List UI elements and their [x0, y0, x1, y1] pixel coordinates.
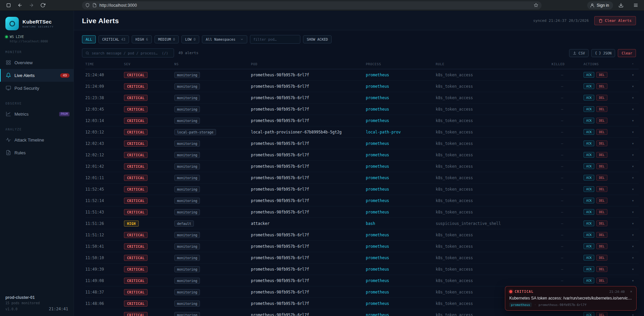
export-json-button[interactable]: { } JSON — [591, 49, 615, 57]
ack-button[interactable]: ACK — [584, 243, 594, 249]
del-button[interactable]: DEL — [596, 255, 607, 261]
alert-row[interactable]: 12:03:45CRITICALmonitoringprometheus-98f… — [85, 104, 639, 115]
ack-button[interactable]: ACK — [584, 278, 594, 283]
url-bar[interactable]: http://localhost:3000 — [82, 1, 542, 9]
filter-critical[interactable]: CRITICAL43 — [98, 35, 129, 43]
search-box[interactable] — [82, 48, 174, 57]
del-button[interactable]: DEL — [596, 106, 607, 112]
alert-row[interactable]: 12:02:43CRITICALmonitoringprometheus-98f… — [85, 138, 639, 149]
alert-toast[interactable]: CRITICAL 21:24:40 × Kubernetes SA token … — [505, 286, 637, 311]
expand-chevron-icon[interactable]: ▾ — [627, 222, 639, 225]
ack-button[interactable]: ACK — [584, 152, 594, 158]
expand-chevron-icon[interactable]: ▾ — [627, 256, 639, 260]
alert-row[interactable]: 21:23:38CRITICALmonitoringprometheus-98f… — [85, 92, 639, 104]
ack-button[interactable]: ACK — [584, 186, 594, 192]
sidebar-item-pod-security[interactable]: Pod Security — [0, 82, 74, 94]
sidebar-item-attack-timeline[interactable]: Attack Timeline — [0, 133, 74, 146]
alert-row[interactable]: 11:51:43CRITICALmonitoringprometheus-98f… — [85, 206, 639, 218]
filter-low[interactable]: LOW0 — [181, 35, 199, 43]
del-button[interactable]: DEL — [596, 221, 607, 226]
show-acked-button[interactable]: SHOW ACKED — [303, 35, 332, 43]
del-button[interactable]: DEL — [596, 266, 607, 272]
sign-in-button[interactable]: Sign in — [587, 1, 613, 9]
expand-chevron-icon[interactable]: ▾ — [627, 85, 639, 88]
ack-button[interactable]: ACK — [584, 266, 594, 272]
expand-chevron-icon[interactable]: ▾ — [627, 233, 639, 237]
expand-chevron-icon[interactable]: ▾ — [627, 73, 639, 77]
ack-button[interactable]: ACK — [584, 198, 594, 203]
back-icon[interactable] — [15, 1, 24, 10]
expand-chevron-icon[interactable]: ▾ — [627, 199, 639, 202]
close-icon[interactable]: × — [630, 290, 632, 293]
del-button[interactable]: DEL — [596, 163, 607, 169]
expand-chevron-icon[interactable]: ▾ — [627, 188, 639, 191]
ack-button[interactable]: ACK — [584, 83, 594, 89]
del-button[interactable]: DEL — [596, 232, 607, 238]
alert-row[interactable]: 12:03:14CRITICALmonitoringprometheus-98f… — [85, 115, 639, 126]
clear-alerts-button[interactable]: Clear Alerts — [594, 16, 636, 25]
ack-button[interactable]: ACK — [584, 209, 594, 215]
alert-row[interactable]: 12:03:12CRITICALlocal-path-storagelocal-… — [85, 126, 639, 138]
sidebar-item-rules[interactable]: Rules — [0, 146, 74, 159]
ack-button[interactable]: ACK — [584, 118, 594, 123]
filter-high[interactable]: HIGH6 — [132, 35, 152, 43]
window-icon[interactable] — [4, 1, 13, 10]
menu-icon[interactable] — [631, 1, 640, 10]
alert-row[interactable]: 12:02:12CRITICALmonitoringprometheus-98f… — [85, 149, 639, 161]
expand-chevron-icon[interactable]: ▾ — [627, 268, 639, 271]
del-button[interactable]: DEL — [596, 152, 607, 158]
pod-filter-input[interactable] — [250, 35, 300, 44]
alert-row[interactable]: 11:49:39CRITICALmonitoringprometheus-98f… — [85, 264, 639, 275]
search-input[interactable] — [92, 51, 171, 55]
sidebar-item-metrics[interactable]: MetricsPROM — [0, 108, 74, 120]
expand-chevron-icon[interactable]: ▾ — [627, 279, 639, 282]
alert-row[interactable]: 11:50:41CRITICALmonitoringprometheus-98f… — [85, 241, 639, 252]
alert-row[interactable]: 21:24:40CRITICALmonitoringprometheus-98f… — [85, 69, 639, 81]
del-button[interactable]: DEL — [596, 129, 607, 135]
expand-chevron-icon[interactable]: ▾ — [627, 108, 639, 111]
ack-button[interactable]: ACK — [584, 163, 594, 169]
expand-chevron-icon[interactable]: ▾ — [627, 119, 639, 122]
del-button[interactable]: DEL — [596, 278, 607, 283]
del-button[interactable]: DEL — [596, 175, 607, 181]
ack-button[interactable]: ACK — [584, 221, 594, 226]
ack-button[interactable]: ACK — [584, 255, 594, 261]
ack-button[interactable]: ACK — [584, 106, 594, 112]
sidebar-item-live-alerts[interactable]: Live Alerts49 — [0, 69, 74, 82]
del-button[interactable]: DEL — [596, 118, 607, 123]
clear-filter-button[interactable]: Clear — [618, 49, 636, 57]
filter-medium[interactable]: MEDIUM0 — [155, 35, 179, 43]
expand-chevron-icon[interactable]: ▾ — [627, 245, 639, 248]
expand-chevron-icon[interactable]: ▾ — [627, 153, 639, 157]
alert-row[interactable]: 11:49:08CRITICALmonitoringprometheus-98f… — [85, 275, 639, 286]
ack-button[interactable]: ACK — [584, 95, 594, 101]
alert-row[interactable]: 11:51:12CRITICALmonitoringprometheus-98f… — [85, 229, 639, 241]
ack-button[interactable]: ACK — [584, 175, 594, 181]
alert-row[interactable]: 12:01:11CRITICALmonitoringprometheus-98f… — [85, 172, 639, 184]
alert-row[interactable]: 11:52:14CRITICALmonitoringprometheus-98f… — [85, 195, 639, 206]
ack-button[interactable]: ACK — [584, 129, 594, 135]
expand-chevron-icon[interactable]: ▾ — [627, 313, 639, 316]
bookmark-star-icon[interactable] — [534, 3, 538, 7]
expand-chevron-icon[interactable]: ▾ — [627, 130, 639, 134]
expand-chevron-icon[interactable]: ▾ — [627, 142, 639, 145]
filter-all[interactable]: ALL — [82, 35, 96, 43]
del-button[interactable]: DEL — [596, 198, 607, 203]
alert-row[interactable]: 11:52:45CRITICALmonitoringprometheus-98f… — [85, 184, 639, 195]
expand-chevron-icon[interactable]: ▾ — [627, 165, 639, 168]
expand-chevron-icon[interactable]: ▾ — [627, 96, 639, 100]
del-button[interactable]: DEL — [596, 243, 607, 249]
alert-row[interactable]: 12:01:42CRITICALmonitoringprometheus-98f… — [85, 161, 639, 172]
ack-button[interactable]: ACK — [584, 72, 594, 78]
refresh-icon[interactable] — [38, 1, 47, 10]
del-button[interactable]: DEL — [596, 312, 607, 316]
downloads-icon[interactable] — [616, 1, 625, 10]
del-button[interactable]: DEL — [596, 95, 607, 101]
ack-button[interactable]: ACK — [584, 232, 594, 238]
expand-chevron-icon[interactable]: ▾ — [627, 176, 639, 180]
del-button[interactable]: DEL — [596, 209, 607, 215]
export-csv-button[interactable]: CSV — [569, 49, 589, 57]
alert-row[interactable]: 11:50:10CRITICALmonitoringprometheus-98f… — [85, 252, 639, 264]
alert-row[interactable]: 11:51:26HIGHdefaultattackerbashsuspiciou… — [85, 218, 639, 229]
namespace-select[interactable]: All Namespaces — [202, 35, 247, 43]
